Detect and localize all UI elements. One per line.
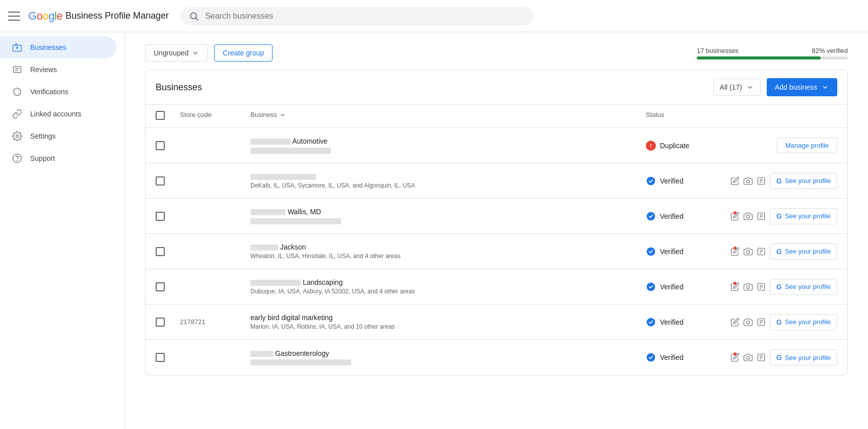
post-button[interactable] (757, 349, 766, 365)
edit-button[interactable] (730, 208, 740, 224)
business-name (250, 172, 646, 180)
row-checkbox[interactable] (156, 247, 165, 256)
sidebar: Businesses Reviews Verifications Linked … (0, 32, 125, 429)
post-icon (757, 247, 766, 256)
row-checkbox[interactable] (156, 141, 165, 150)
ungrouped-button[interactable]: Ungrouped (145, 44, 208, 62)
post-icon (757, 176, 766, 186)
row-checkbox-col (156, 353, 180, 362)
see-profile-label: See your profile (785, 318, 831, 326)
svg-point-10 (647, 176, 655, 185)
edit-button[interactable] (730, 349, 740, 365)
header-business-col[interactable]: Business (250, 111, 646, 121)
add-photo-button[interactable] (744, 349, 753, 365)
post-button[interactable] (757, 243, 766, 260)
row-checkbox[interactable] (156, 212, 165, 221)
status-label: Verified (660, 177, 684, 185)
svg-point-8 (13, 154, 22, 163)
add-photo-button[interactable] (744, 208, 753, 224)
business-sub (250, 147, 646, 154)
edit-button[interactable] (730, 279, 740, 295)
link-icon (12, 109, 22, 119)
header-actions-col (737, 111, 837, 121)
table-row: Automotive ! Duplicate Manage profile (146, 128, 847, 163)
row-checkbox[interactable] (156, 176, 165, 186)
verified-icon (646, 352, 656, 362)
google-g-icon: G (776, 248, 782, 256)
businesses-section-header: Businesses All (17) Add business (146, 70, 847, 105)
row-checkbox[interactable] (156, 282, 165, 291)
svg-point-28 (647, 282, 655, 291)
edit-button[interactable] (730, 314, 740, 330)
redacted-block (250, 244, 278, 251)
header-store-code-col: Store code (180, 111, 250, 121)
manage-profile-button[interactable]: Manage profile (777, 138, 837, 153)
camera-icon (744, 318, 753, 327)
add-photo-button[interactable] (744, 279, 753, 295)
see-profile-button[interactable]: G See your profile (770, 314, 837, 330)
table-row: Wallis, MD Verified (146, 199, 847, 234)
row-status: Verified (646, 317, 737, 327)
post-icon (757, 212, 766, 221)
see-profile-button[interactable]: G See your profile (770, 173, 837, 189)
post-button[interactable] (757, 173, 766, 189)
post-icon (757, 282, 766, 291)
add-photo-button[interactable] (744, 173, 753, 189)
row-status: Verified (646, 282, 737, 292)
verified-icon (646, 282, 656, 292)
verified-icon (646, 247, 656, 257)
redacted-block (250, 174, 316, 180)
row-checkbox[interactable] (156, 353, 165, 362)
row-business: Wallis, MD (250, 208, 646, 224)
add-business-button[interactable]: Add business (767, 78, 837, 96)
status-label: Duplicate (660, 142, 689, 150)
row-actions: G See your profile (737, 314, 837, 330)
search-input[interactable] (205, 12, 525, 21)
row-business: Jackson Wheaton, IL, USA, Hinsdale, IL, … (250, 243, 646, 260)
see-profile-button[interactable]: G See your profile (770, 208, 837, 224)
support-icon (12, 153, 22, 163)
progress-labels: 17 businesses 82% verified (697, 47, 848, 54)
row-checkbox-col (156, 141, 180, 150)
post-button[interactable] (757, 208, 766, 224)
post-button[interactable] (757, 279, 766, 295)
edit-button[interactable] (730, 243, 740, 260)
select-all-checkbox[interactable] (156, 111, 165, 120)
sidebar-item-verifications[interactable]: Verifications (0, 81, 116, 103)
add-business-chevron-icon (821, 83, 829, 91)
see-profile-button[interactable]: G See your profile (770, 279, 837, 295)
business-sub: Wheaton, IL, USA, Hinsdale, IL, USA, and… (250, 253, 646, 260)
redacted-block (250, 351, 273, 357)
row-business: early bird digital marketing Marion, IA,… (250, 314, 646, 330)
status-label: Verified (660, 212, 684, 220)
google-logo: Google (28, 10, 62, 23)
filter-dropdown[interactable]: All (17) (713, 79, 761, 96)
sort-icon (279, 111, 286, 118)
verified-icon (646, 176, 656, 186)
add-photo-button[interactable] (744, 314, 753, 330)
businesses-count: 17 businesses (697, 47, 739, 54)
see-profile-button[interactable]: G See your profile (770, 243, 837, 260)
sidebar-item-settings[interactable]: Settings (0, 125, 116, 147)
header-status-col: Status (646, 111, 737, 121)
post-button[interactable] (757, 314, 766, 330)
sidebar-item-support[interactable]: Support (0, 147, 116, 169)
edit-button[interactable] (730, 173, 740, 189)
business-name: Automotive (250, 137, 646, 145)
businesses-section: Businesses All (17) Add business (145, 70, 848, 376)
see-profile-button[interactable]: G See your profile (770, 349, 837, 365)
progress-bar-fill (697, 56, 821, 59)
svg-point-40 (647, 353, 655, 362)
progress-bar-track (697, 56, 848, 59)
verified-icon (646, 317, 656, 327)
sidebar-item-businesses[interactable]: Businesses (0, 36, 116, 58)
sidebar-item-linked-accounts[interactable]: Linked accounts (0, 103, 116, 125)
row-checkbox[interactable] (156, 318, 165, 327)
sidebar-item-reviews[interactable]: Reviews (0, 58, 116, 81)
add-photo-button[interactable] (744, 243, 753, 260)
menu-icon[interactable] (8, 10, 20, 22)
pencil-icon (730, 176, 740, 186)
business-sub (250, 217, 646, 224)
create-group-button[interactable]: Create group (214, 44, 273, 62)
status-label: Verified (660, 283, 684, 291)
